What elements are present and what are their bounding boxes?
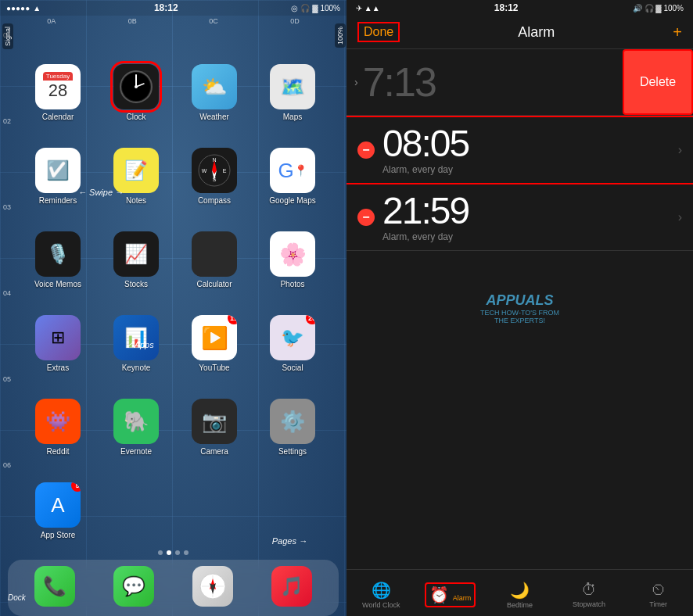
reminders-label: Reminders [39, 196, 77, 205]
app-google-maps[interactable]: G📍 Google Maps [253, 127, 332, 211]
dock-phone[interactable]: 📞 [34, 566, 75, 610]
notes-label: Notes [126, 196, 146, 205]
location-icon: ◎ [291, 4, 298, 13]
social-app-icon: 🐦 25 [270, 315, 315, 360]
stocks-label: Stocks [124, 280, 148, 288]
alarm-tab-icon: ⏰ [429, 586, 449, 603]
alarm-header: Done Alarm + [346, 16, 693, 49]
apps-annotation: ↙ Apps [125, 340, 154, 350]
bedtime-label: Bedtime [507, 601, 533, 609]
tab-alarm[interactable]: ⏰ Alarm [416, 575, 486, 614]
dock-messages[interactable]: 💬 [113, 566, 154, 610]
status-time-left: 18:12 [154, 2, 178, 13]
app-keynote[interactable]: 📊 Keynote [97, 295, 175, 378]
settings-app-icon: ⚙️ [270, 399, 315, 444]
evernote-label: Evernote [120, 447, 152, 456]
tab-stopwatch[interactable]: ⏱ Stopwatch [555, 575, 624, 614]
social-badge: 25 [306, 315, 315, 324]
signal-sidebar: Signal [0, 16, 16, 553]
app-settings[interactable]: ⚙️ Settings [253, 378, 332, 462]
app-calendar[interactable]: Tuesday 28 Calendar [19, 44, 97, 127]
tab-bedtime[interactable]: 🌙 Bedtime [485, 575, 555, 614]
app-voice-memos[interactable]: 🎙️ Voice Memos [19, 211, 97, 295]
alarm-minus-btn-3[interactable]: − [357, 209, 375, 226]
battery-sidebar: 100% [334, 16, 346, 616]
battery-icon-left: ▓ 100% [312, 4, 340, 13]
swipe-annotation: ← Swipe → [78, 188, 124, 197]
app-reddit[interactable]: 👾 Reddit [19, 378, 97, 462]
notes-app-icon: 📝 [113, 148, 159, 193]
home-screen: Signal 100% ●●●●● ▲ 18:12 ◎ 🎧 ▓ 100% 0A … [0, 0, 346, 616]
alarm-chevron-2: › [678, 143, 682, 157]
alarm-entry-3[interactable]: − 21:59 Alarm, every day › [346, 184, 693, 251]
app-maps[interactable]: 🗺️ Maps [253, 44, 332, 127]
keynote-label: Keynote [122, 364, 151, 372]
app-social[interactable]: 🐦 25 Social [253, 295, 332, 378]
app-evernote[interactable]: 🐘 Evernote [97, 378, 175, 462]
app-youtube[interactable]: ▶️ 11 YouTube [175, 295, 253, 378]
add-alarm-button[interactable]: + [673, 23, 682, 41]
clock-tab-bar: 🌐 World Clock ⏰ Alarm 🌙 Bedtime ⏱ Stopwa… [346, 569, 693, 616]
weather-app-icon: ⛅ [192, 64, 237, 109]
timer-icon: ⏲ [651, 581, 666, 599]
page-dots [0, 547, 346, 558]
app-appstore[interactable]: A 5 App Store [19, 462, 97, 546]
googlemaps-label: Google Maps [269, 196, 315, 205]
svg-point-4 [135, 85, 138, 88]
reddit-label: Reddit [47, 447, 70, 456]
compass-app-icon: N S W E [192, 148, 237, 193]
tab-timer[interactable]: ⏲ Timer [623, 575, 693, 614]
appuals-watermark: APPUALS TECH HOW-TO'S FROMTHE EXPERTS! [480, 292, 559, 324]
dock-music[interactable]: 🎵 [271, 566, 312, 610]
app-stocks[interactable]: 📈 Stocks [97, 211, 175, 295]
clock-app-icon [113, 64, 159, 109]
status-left: ●●●●● ▲ [6, 4, 41, 13]
music-icon: 🎵 [271, 566, 312, 607]
alarm-tab-label: Alarm [453, 594, 472, 602]
app-notes[interactable]: 📝 Notes [97, 127, 175, 211]
swipe-arrow: › [354, 76, 358, 88]
done-button[interactable]: Done [357, 22, 400, 42]
app-extras[interactable]: ⊞ Extras [19, 295, 97, 378]
alarm-entry-2[interactable]: − 08:05 Alarm, every day › [346, 116, 693, 184]
keynote-app-icon: 📊 [113, 315, 159, 360]
battery-label: 100% [335, 23, 346, 48]
app-calculator[interactable]: Calculator [175, 211, 253, 295]
app-grid: Tuesday 28 Calendar Clock ⛅ [0, 20, 346, 546]
extras-label: Extras [47, 364, 69, 372]
reddit-app-icon: 👾 [35, 399, 81, 444]
weather-label: Weather [199, 113, 229, 121]
googlemaps-app-icon: G📍 [270, 148, 315, 193]
pages-annotation: Pages → [272, 536, 307, 546]
stopwatch-label: Stopwatch [573, 600, 605, 608]
dock-safari[interactable] [192, 566, 233, 610]
alarm-time-display-3: 21:59 [382, 192, 678, 230]
photos-label: Photos [280, 280, 304, 288]
app-compass[interactable]: N S W E Compass [175, 127, 253, 211]
headphone-icon: 🎧 [300, 4, 310, 13]
maps-label: Maps [283, 113, 302, 121]
right-status-bar: ✈ ▲▲ 18:12 🔊 🎧 ▓ 100% [346, 0, 693, 16]
app-photos[interactable]: 🌸 Photos [253, 211, 332, 295]
appstore-label: App Store [41, 531, 75, 539]
dock: 📞 💬 🎵 [8, 560, 339, 616]
tab-world-clock[interactable]: 🌐 World Clock [346, 575, 416, 614]
signal-dots: ●●●●● [6, 4, 30, 13]
app-clock[interactable]: Clock [97, 44, 175, 127]
dock-annotation: Dock [8, 593, 26, 602]
alarm-tab-highlight: ⏰ Alarm [425, 582, 476, 607]
app-reminders[interactable]: ☑️ Reminders [19, 127, 97, 211]
dot-4 [184, 550, 189, 555]
delete-alarm-button[interactable]: Delete [623, 49, 693, 115]
youtube-app-icon: ▶️ 11 [192, 315, 237, 360]
empty-6-2 [97, 462, 175, 546]
timer-label: Timer [649, 600, 667, 608]
status-right-left: ◎ 🎧 ▓ 100% [291, 4, 340, 13]
app-weather[interactable]: ⛅ Weather [175, 44, 253, 127]
alarm-minus-btn-2[interactable]: − [357, 141, 375, 159]
right-battery: 🔊 🎧 ▓ 100% [633, 4, 684, 13]
alarm-title: Alarm [518, 24, 555, 41]
app-camera[interactable]: 📷 Camera [175, 378, 253, 462]
dot-2 [167, 550, 171, 555]
evernote-app-icon: 🐘 [113, 399, 159, 444]
